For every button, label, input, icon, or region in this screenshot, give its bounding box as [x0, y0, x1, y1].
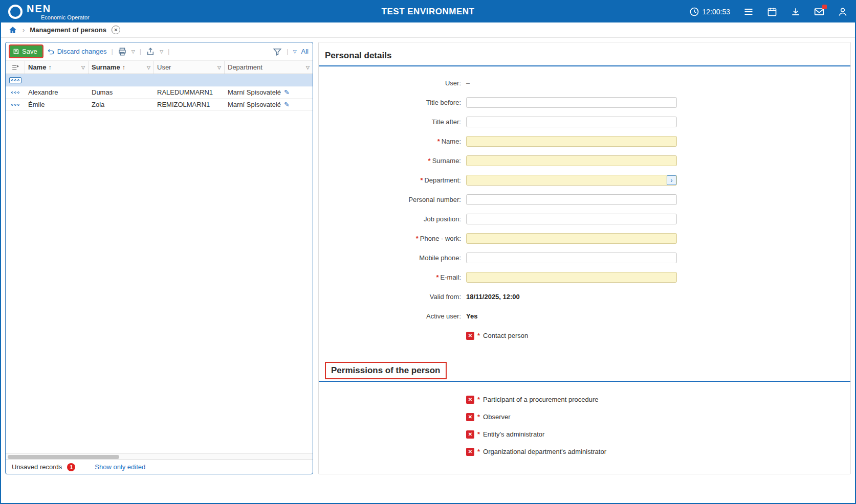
column-filter-icon[interactable]: ▽: [217, 65, 221, 70]
required-marker: *: [477, 332, 480, 339]
grid-row-new-selected[interactable]: [6, 74, 313, 86]
scrollbar-thumb[interactable]: [8, 455, 119, 459]
cell-department: Marní Spisovatelé: [228, 101, 281, 108]
surname-input[interactable]: [466, 155, 677, 166]
discard-icon: [47, 48, 55, 55]
permission-row-participant: ✕ * Participant of a procurement procedu…: [466, 394, 850, 405]
sort-asc-icon[interactable]: ↑: [122, 64, 125, 71]
print-icon[interactable]: [118, 47, 127, 56]
field-label: Title after:: [432, 118, 461, 126]
required-marker: *: [420, 176, 423, 184]
job-position-input[interactable]: [466, 214, 677, 224]
brand: NEN Economic Operator: [8, 4, 90, 20]
menu-icon[interactable]: [743, 7, 754, 17]
field-row-personal-number: Personal number:: [319, 194, 850, 205]
entity-admin-checkbox[interactable]: ✕: [466, 430, 474, 439]
row-settings-icon[interactable]: [6, 61, 25, 74]
export-options-caret-icon[interactable]: ▽: [160, 49, 163, 54]
personal-details-form: User: – Title before: Title after: *Name…: [319, 66, 850, 341]
participant-checkbox[interactable]: ✕: [466, 396, 474, 404]
clock-icon: [689, 7, 699, 17]
home-icon[interactable]: [8, 26, 17, 35]
close-tab-icon[interactable]: ✕: [112, 26, 120, 34]
save-button[interactable]: Save: [10, 45, 42, 57]
column-header-user[interactable]: User ▽: [154, 61, 225, 74]
column-header-surname[interactable]: Surname ↑ ▽: [89, 61, 154, 74]
column-header-department[interactable]: Department ▽: [225, 61, 313, 74]
row-menu-icon[interactable]: [11, 104, 19, 106]
permission-row-entity-admin: ✕ * Entity's administrator: [466, 429, 850, 440]
cell-user: RALEDUMMARN1: [154, 88, 225, 96]
contact-person-checkbox[interactable]: ✕: [466, 332, 474, 340]
discard-changes-button[interactable]: Discard changes: [47, 48, 107, 55]
view-all-button[interactable]: All: [301, 48, 309, 55]
grid-row[interactable]: Alexandre Dumas RALEDUMMARN1 Marní Spiso…: [6, 86, 313, 99]
sort-asc-icon[interactable]: ↑: [48, 64, 51, 71]
toolbar-separator: |: [111, 48, 113, 55]
permissions-header: Permissions of the person: [319, 358, 850, 382]
field-row-email: *E-mail:: [319, 272, 850, 283]
email-input[interactable]: [466, 272, 677, 283]
observer-checkbox[interactable]: ✕: [466, 413, 474, 421]
download-icon[interactable]: [791, 7, 801, 17]
name-input[interactable]: [466, 136, 677, 147]
contact-person-label: Contact person: [483, 332, 528, 339]
grid-row[interactable]: Émile Zola REMIZOLMARN1 Marní Spisovatel…: [6, 99, 313, 111]
user-icon[interactable]: [838, 7, 848, 17]
mail-notification-badge: [822, 5, 827, 9]
active-user-value: Yes: [466, 312, 477, 320]
edit-department-icon[interactable]: ✎: [284, 101, 290, 108]
toolbar-separator: |: [168, 48, 169, 55]
row-menu-icon[interactable]: [11, 91, 19, 94]
filter-icon[interactable]: [273, 47, 282, 56]
app-window: NEN Economic Operator TEST ENVIRONMENT 1…: [0, 0, 856, 504]
brand-subtitle: Economic Operator: [41, 15, 90, 20]
grid-empty-area: [6, 111, 313, 453]
persons-grid-panel: Save Discard changes | ▽ | ▽ |: [5, 42, 313, 474]
field-row-active-user: Active user: Yes: [319, 311, 850, 322]
save-button-label: Save: [22, 48, 37, 55]
cell-name: Émile: [25, 101, 89, 108]
department-input[interactable]: [466, 175, 677, 186]
field-label: Department:: [424, 176, 461, 184]
phone-work-input[interactable]: [466, 233, 677, 244]
personal-number-input[interactable]: [466, 194, 677, 205]
print-options-caret-icon[interactable]: ▽: [131, 49, 135, 54]
mail-icon[interactable]: [814, 7, 824, 17]
title-after-input[interactable]: [466, 117, 677, 127]
field-label: Name:: [442, 138, 461, 145]
horizontal-scrollbar[interactable]: [6, 453, 313, 460]
column-filter-icon[interactable]: ▽: [81, 65, 85, 70]
column-filter-icon[interactable]: ▽: [306, 65, 310, 70]
column-header-name[interactable]: Name ↑ ▽: [25, 61, 89, 74]
export-icon[interactable]: [146, 47, 155, 56]
field-label: Mobile phone:: [419, 254, 461, 262]
edit-department-icon[interactable]: ✎: [284, 88, 290, 96]
field-row-user: User: –: [319, 78, 850, 88]
department-lookup-chevron-icon[interactable]: ›: [667, 175, 676, 185]
row-menu-icon[interactable]: [9, 77, 21, 83]
field-label: Surname:: [432, 157, 461, 165]
brand-name: NEN: [27, 4, 90, 14]
mobile-phone-input[interactable]: [466, 253, 677, 263]
column-label: Surname: [92, 63, 120, 71]
required-marker: *: [477, 448, 480, 455]
current-time: 12:00:53: [703, 8, 731, 16]
view-filter-caret-icon[interactable]: ▽: [293, 49, 297, 54]
field-row-valid-from: Valid from: 18/11/2025, 12:00: [319, 291, 850, 302]
field-label: Valid from:: [430, 293, 461, 301]
show-only-edited-link[interactable]: Show only edited: [95, 463, 145, 471]
field-row-mobile-phone: Mobile phone:: [319, 253, 850, 263]
cell-surname: Dumas: [89, 88, 154, 96]
title-before-input[interactable]: [466, 97, 677, 108]
calendar-icon[interactable]: [767, 7, 777, 17]
field-row-name: *Name:: [319, 136, 850, 147]
unsaved-records-badge: 1: [67, 463, 75, 471]
required-marker: *: [477, 413, 480, 421]
grid-footer: Unsaved records 1 Show only edited: [6, 460, 313, 474]
field-label: User:: [445, 79, 461, 87]
grid-header-row: Name ↑ ▽ Surname ↑ ▽ User ▽ Department ▽: [6, 61, 313, 74]
column-filter-icon[interactable]: ▽: [147, 65, 150, 70]
field-label: Phone - work:: [420, 235, 461, 242]
org-dept-admin-checkbox[interactable]: ✕: [466, 448, 474, 456]
